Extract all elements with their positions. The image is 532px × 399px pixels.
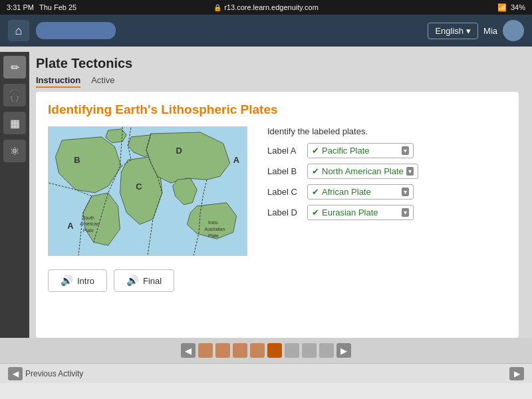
dropdown-arrow-a: ▾ (402, 146, 409, 155)
svg-text:C: C (136, 182, 142, 192)
svg-text:Plate: Plate (208, 233, 219, 238)
svg-text:Plate: Plate (83, 228, 94, 233)
sidebar-headphone-btn[interactable]: 🎧 (3, 84, 26, 106)
label-row-c: Label C ✔ African Plate ▾ (267, 184, 507, 200)
footer-next-button[interactable]: ▶ (509, 367, 524, 380)
page-dot-8[interactable] (319, 343, 334, 358)
time-display: 3:31 PM (7, 3, 34, 11)
map-container: A B C D A South American Pl (48, 126, 247, 256)
check-icon-c: ✔ (312, 187, 319, 197)
footer: ◀ Previous Activity ▶ (0, 363, 532, 383)
sidebar-atom-btn[interactable]: ⚛ (3, 140, 26, 162)
lesson-body: A B C D A South American Pl (48, 126, 507, 256)
dropdown-arrow-c: ▾ (402, 188, 409, 196)
check-icon-b: ✔ (312, 166, 319, 176)
label-row-b: Label B ✔ North American Plate ▾ (267, 164, 507, 179)
wifi-icon: 📶 (497, 3, 507, 12)
labels-panel: Identify the labeled plates. Label A ✔ P… (261, 126, 507, 225)
prev-activity-label: Previous Activity (25, 369, 83, 378)
label-row-a: Label A ✔ Pacific Plate ▾ (267, 143, 507, 158)
label-dropdown-b[interactable]: ✔ North American Plate ▾ (307, 164, 418, 179)
label-value-c: African Plate (322, 187, 371, 197)
page-dot-4[interactable] (250, 343, 265, 358)
tab-instruction[interactable]: Instruction (36, 75, 80, 88)
lock-icon: 🔒 (213, 4, 221, 11)
label-dropdown-a[interactable]: ✔ Pacific Plate ▾ (307, 143, 414, 158)
label-value-b: North American Plate (322, 166, 404, 176)
intro-audio-button[interactable]: 🔊 Intro (48, 269, 107, 292)
user-name-label: Mia (483, 26, 497, 36)
dropdown-arrow-d: ▾ (402, 208, 409, 217)
language-selector[interactable]: English ▾ (428, 23, 478, 39)
date-display: Thu Feb 25 (39, 3, 76, 11)
page-dot-5[interactable] (267, 343, 282, 358)
footer-prev-button[interactable]: ◀ (8, 367, 23, 380)
label-dropdown-c[interactable]: ✔ African Plate ▾ (307, 184, 414, 200)
svg-text:A: A (233, 155, 239, 165)
check-icon-a: ✔ (312, 146, 319, 156)
tab-active[interactable]: Active (91, 75, 114, 88)
audio-buttons: 🔊 Intro 🔊 Final (48, 269, 507, 292)
svg-text:A: A (67, 221, 73, 231)
url-display: r13.core.learn.edgenuity.com (224, 3, 319, 11)
page-tabs: Instruction Active (36, 74, 519, 88)
page-header: ✏ 🎧 ▦ ⚛ Plate Tectonics Instruction Acti… (0, 47, 532, 338)
label-key-d: Label D (267, 207, 302, 217)
svg-text:D: D (176, 146, 182, 156)
lesson-title: Identifying Earth's Lithospheric Plates (48, 102, 507, 117)
sidebar-grid-btn[interactable]: ▦ (3, 112, 26, 134)
home-button[interactable]: ⌂ (8, 20, 29, 41)
page-dot-3[interactable] (233, 343, 247, 358)
page-dot-1[interactable] (198, 343, 213, 358)
pagination-next-button[interactable]: ▶ (336, 343, 351, 358)
dropdown-icon: ▾ (466, 26, 471, 36)
page-title: Plate Tectonics (36, 56, 519, 71)
svg-text:American: American (80, 221, 99, 226)
final-audio-button[interactable]: 🔊 Final (114, 269, 174, 292)
language-label: English (435, 26, 464, 36)
svg-text:South: South (82, 215, 94, 220)
dropdown-arrow-b: ▾ (406, 167, 414, 176)
audio-icon-intro: 🔊 (61, 275, 73, 287)
label-key-b: Label B (267, 166, 302, 176)
check-icon-d: ✔ (312, 207, 319, 217)
intro-label: Intro (77, 276, 94, 286)
top-nav: ⌂ English ▾ Mia M (0, 15, 532, 47)
label-key-a: Label A (267, 146, 302, 156)
svg-text:Indo-: Indo- (208, 220, 219, 225)
label-value-a: Pacific Plate (322, 146, 370, 156)
svg-text:B: B (74, 155, 80, 165)
home-icon: ⌂ (15, 24, 23, 38)
label-row-d: Label D ✔ Eurasian Plate ▾ (267, 205, 507, 220)
label-key-c: Label C (267, 187, 302, 197)
label-dropdown-d[interactable]: ✔ Eurasian Plate ▾ (307, 205, 414, 220)
page-dot-6[interactable] (285, 343, 299, 358)
content-card: Identifying Earth's Lithospheric Plates (36, 92, 519, 338)
pagination-prev-button[interactable]: ◀ (181, 343, 196, 358)
sidebar-pencil-btn[interactable]: ✏ (3, 56, 26, 78)
svg-text:Australian: Australian (205, 227, 225, 231)
battery-display: 34% (511, 3, 525, 11)
label-value-d: Eurasian Plate (322, 207, 378, 217)
audio-icon-final: 🔊 (126, 275, 139, 287)
page-dot-7[interactable] (302, 343, 317, 358)
pagination-bar: ◀ ▶ (0, 338, 532, 363)
final-label: Final (143, 276, 162, 286)
user-avatar: M (503, 20, 524, 41)
identify-instruction: Identify the labeled plates. (267, 126, 507, 136)
previous-activity-section: ◀ Previous Activity (8, 367, 83, 380)
page-dot-2[interactable] (215, 343, 230, 358)
nav-brand (36, 22, 116, 39)
status-bar: 3:31 PM Thu Feb 25 🔒 r13.core.learn.edge… (0, 0, 532, 15)
